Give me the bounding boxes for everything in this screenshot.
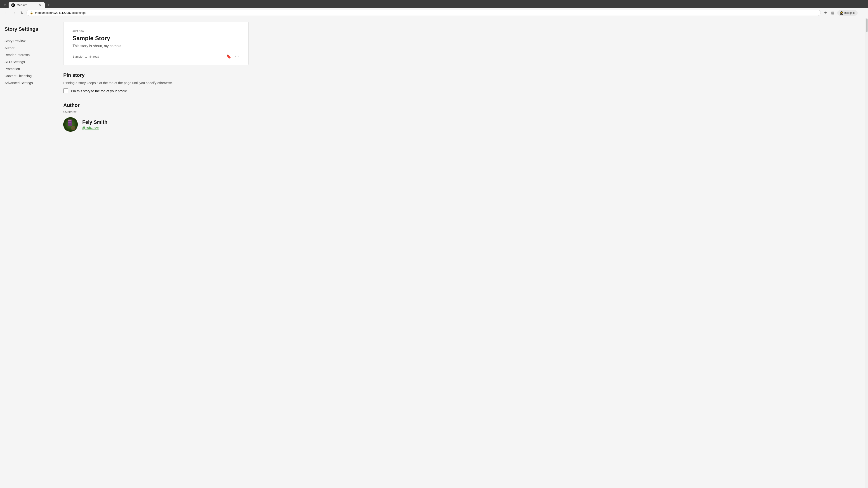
- reload-button[interactable]: ↻: [19, 10, 25, 16]
- more-options-button[interactable]: ⋯: [235, 54, 239, 59]
- new-tab-button[interactable]: +: [46, 2, 52, 8]
- author-handle[interactable]: @89f4222e: [82, 126, 107, 130]
- pin-story-title: Pin story: [63, 72, 249, 78]
- page-container: Story Settings Story Preview Author Read…: [0, 17, 868, 487]
- pin-checkbox-label: Pin this story to the top of your profil…: [71, 89, 127, 93]
- sidebar-item-seo-settings[interactable]: SEO Settings: [4, 59, 50, 65]
- sidebar-item-story-preview[interactable]: Story Preview: [4, 37, 50, 44]
- story-meta-right: 🔖 ⋯: [226, 54, 239, 59]
- tab-list-arrow[interactable]: ▼: [2, 3, 8, 8]
- story-preview-card: Just now Sample Story This story is abou…: [63, 22, 249, 65]
- bookmark-story-button[interactable]: 🔖: [226, 54, 232, 59]
- pin-story-section: Pin story Pinning a story keeps it at th…: [63, 72, 249, 93]
- active-tab[interactable]: M Medium ✕: [8, 2, 45, 8]
- back-button[interactable]: ←: [3, 10, 9, 16]
- svg-point-4: [71, 126, 75, 130]
- sidebar-item-content-licensing[interactable]: Content Licensing: [4, 72, 50, 79]
- forward-button[interactable]: →: [11, 10, 17, 16]
- author-info: Fely Smith @89f4222e: [82, 119, 107, 130]
- lock-icon: 🔒: [30, 11, 33, 14]
- pin-checkbox-row[interactable]: Pin this story to the top of your profil…: [63, 88, 249, 93]
- sidebar-item-advanced-settings[interactable]: Advanced Settings: [4, 79, 50, 86]
- author-avatar-image: [63, 117, 78, 132]
- svg-rect-2: [68, 120, 71, 121]
- bookmark-button[interactable]: ★: [823, 10, 829, 16]
- incognito-badge[interactable]: 🥷 Incognito: [837, 10, 858, 15]
- tab-close-button[interactable]: ✕: [38, 3, 42, 7]
- author-name: Fely Smith: [82, 119, 107, 125]
- incognito-label: Incognito: [844, 11, 855, 14]
- toolbar-actions: ★ ▦ 🥷 Incognito ⋮: [823, 10, 865, 16]
- story-timestamp: Just now: [72, 29, 239, 33]
- sidebar-title: Story Settings: [4, 26, 50, 32]
- tab-bar: ▼ M Medium ✕ +: [0, 0, 868, 8]
- sidebar-item-author[interactable]: Author: [4, 44, 50, 51]
- story-meta-left: Sample 1 min read: [72, 55, 99, 58]
- author-avatar: [63, 117, 78, 132]
- author-overview-label: Overview: [63, 110, 249, 113]
- scrollbar-track[interactable]: [865, 18, 868, 487]
- sidebar-item-promotion[interactable]: Promotion: [4, 66, 50, 72]
- author-card: Fely Smith @89f4222e: [63, 117, 249, 132]
- tab-favicon: M: [11, 3, 15, 7]
- pin-checkbox[interactable]: [63, 88, 68, 93]
- browser-toolbar: ← → ↻ 🔒 ★ ▦ 🥷 Incognito ⋮: [0, 8, 868, 17]
- sidebar-toggle-button[interactable]: ▦: [830, 10, 836, 16]
- pin-story-description: Pinning a story keeps it at the top of t…: [63, 81, 249, 85]
- story-title: Sample Story: [72, 35, 239, 42]
- author-section: Author Overview: [63, 102, 249, 132]
- tab-title: Medium: [17, 3, 37, 7]
- author-section-title: Author: [63, 102, 249, 108]
- incognito-icon: 🥷: [839, 11, 843, 15]
- story-meta: Sample 1 min read 🔖 ⋯: [72, 54, 239, 59]
- story-read-time: 1 min read: [85, 55, 99, 58]
- scrollbar-thumb[interactable]: [866, 19, 868, 32]
- story-subtitle: This story is about, my sample.: [72, 44, 239, 48]
- sidebar: Story Settings Story Preview Author Read…: [0, 17, 54, 487]
- browser-chrome: ▼ M Medium ✕ + ← → ↻ 🔒 ★ ▦ 🥷 Incognito ⋮: [0, 0, 868, 17]
- url-input[interactable]: [35, 11, 817, 14]
- svg-rect-3: [68, 122, 71, 123]
- address-bar[interactable]: 🔒: [26, 10, 821, 16]
- sidebar-nav: Story Preview Author Reader Interests SE…: [4, 37, 50, 86]
- story-tag: Sample: [72, 55, 83, 58]
- sidebar-item-reader-interests[interactable]: Reader Interests: [4, 52, 50, 58]
- menu-button[interactable]: ⋮: [859, 10, 865, 16]
- main-content: Just now Sample Story This story is abou…: [54, 17, 258, 487]
